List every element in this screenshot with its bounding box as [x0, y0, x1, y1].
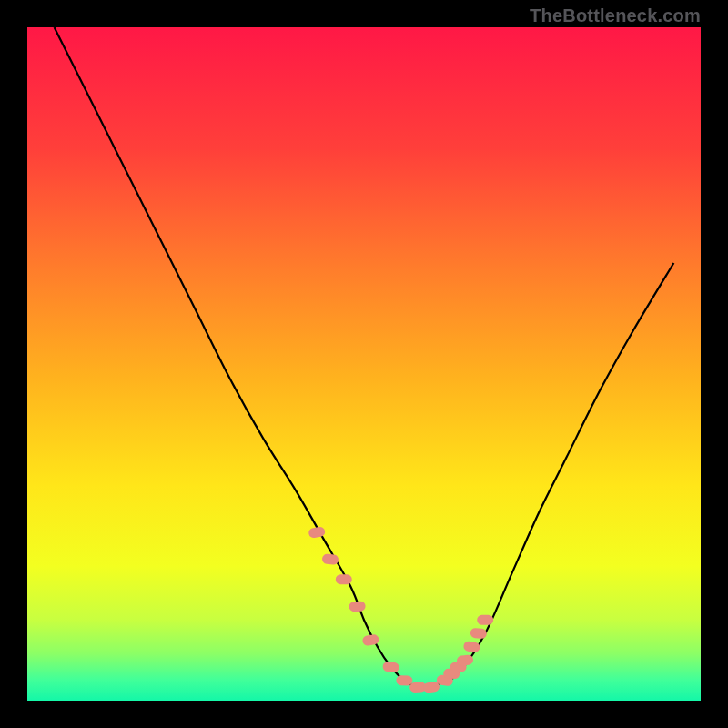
highlight-points — [308, 526, 493, 693]
highlight-point — [422, 682, 440, 693]
plot-area — [27, 27, 701, 701]
highlight-point — [321, 553, 339, 565]
highlight-point — [477, 615, 493, 625]
frame: TheBottleneck.com — [0, 0, 728, 728]
highlight-point — [349, 601, 366, 612]
watermark-label: TheBottleneck.com — [530, 5, 701, 26]
chart-overlay — [27, 27, 701, 701]
highlight-point — [396, 675, 412, 686]
highlight-point — [463, 641, 480, 653]
highlight-point — [456, 654, 473, 666]
highlight-point — [336, 574, 352, 584]
highlight-point — [382, 661, 399, 672]
bottleneck-curve — [55, 27, 674, 688]
highlight-point — [470, 628, 487, 639]
